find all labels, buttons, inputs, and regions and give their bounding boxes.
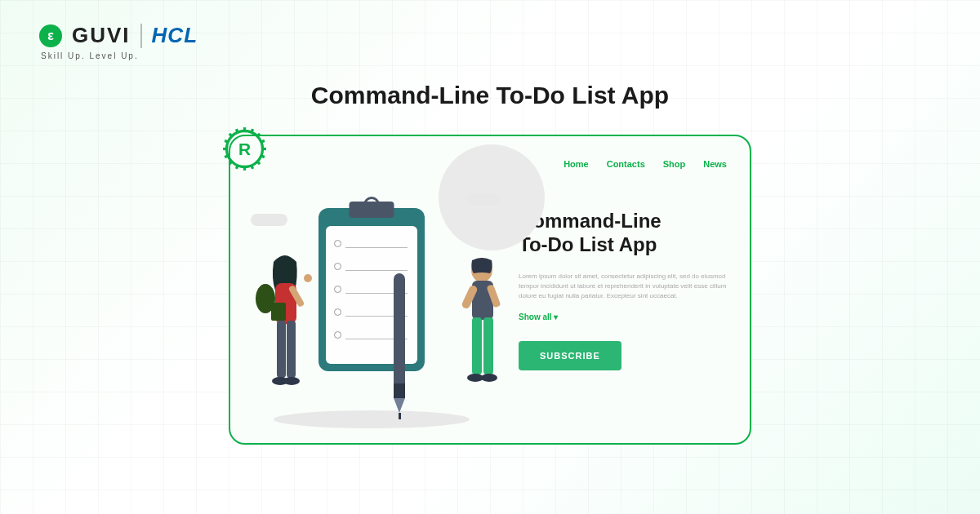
nav-home[interactable]: Home [564, 159, 589, 169]
card-nav: Home Contacts Shop News [519, 159, 727, 169]
preview-card: R [229, 135, 751, 445]
subscribe-button[interactable]: SUBSCRIBE [519, 341, 621, 370]
svg-rect-18 [483, 317, 493, 374]
nav-contacts[interactable]: Contacts [607, 159, 645, 169]
logo-row: ε GUVI HCL [39, 23, 198, 48]
rust-icon: R [222, 126, 267, 171]
guvi-logo-text: GUVI [72, 23, 131, 48]
svg-rect-12 [271, 303, 286, 321]
svg-text:R: R [238, 140, 251, 158]
person-left-icon [251, 254, 328, 417]
svg-point-7 [304, 274, 312, 282]
guvi-icon: ε [39, 24, 62, 47]
illustration-panel [230, 136, 512, 443]
nav-shop[interactable]: Shop [663, 159, 686, 169]
page-title: Command-Line To-Do List App [311, 82, 669, 109]
cloud-icon [251, 214, 287, 226]
cloud-icon [467, 193, 500, 205]
svg-rect-8 [277, 321, 286, 378]
svg-rect-9 [287, 321, 296, 378]
logo-area: ε GUVI HCL Skill Up. Level Up. [39, 23, 198, 60]
clipboard-icon [318, 208, 425, 371]
hcl-logo-text: HCL [152, 23, 198, 48]
tagline: Skill Up. Level Up. [41, 51, 198, 60]
svg-rect-17 [472, 317, 482, 374]
svg-point-20 [481, 374, 497, 382]
card-heading: Command-Line To-Do List App [519, 210, 727, 257]
nav-news[interactable]: News [703, 159, 727, 169]
logo-divider [140, 24, 142, 48]
show-all-link[interactable]: Show all ▾ [519, 312, 727, 321]
card-description: Lorem ipsum dolor sit amet, consectetur … [519, 272, 727, 301]
svg-point-11 [283, 377, 300, 385]
pen-icon [394, 273, 405, 420]
person-right-icon [443, 254, 520, 417]
svg-rect-1 [243, 127, 246, 132]
content-panel: Home Contacts Shop News Command-Line To-… [512, 136, 750, 443]
